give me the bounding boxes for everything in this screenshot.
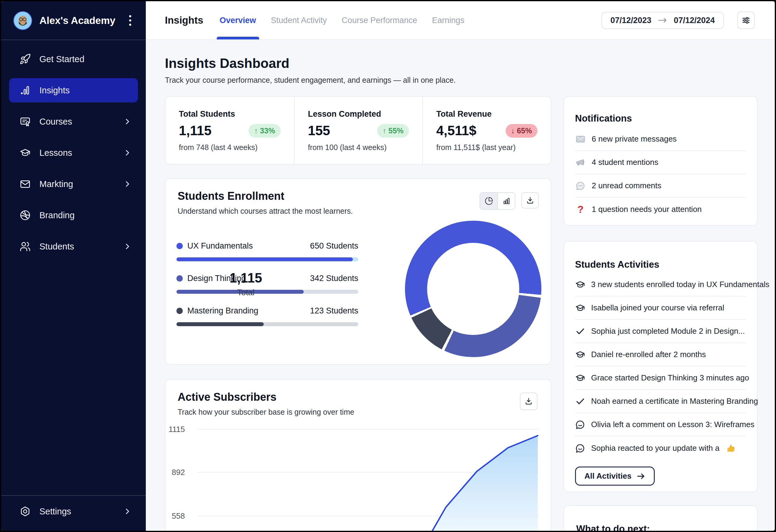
activity-text: Sophia reacted to your update with a	[591, 444, 720, 453]
stat-delta-badge: ↑ 55%	[377, 124, 409, 138]
sidebar: Alex's Academy Get Started	[1, 1, 146, 531]
sidebar-item-label: Markting	[39, 179, 73, 189]
comment-dots-icon	[575, 180, 586, 191]
sidebar-item-label: Get Started	[39, 54, 84, 64]
tab-overview[interactable]: Overview	[220, 1, 256, 39]
arrow-right-icon	[636, 472, 645, 481]
chart-controls	[479, 192, 539, 210]
app-window: Alex's Academy Get Started	[0, 0, 776, 532]
activity-item[interactable]: Grace started Design Thinking 3 minutes …	[575, 366, 746, 390]
check-icon	[575, 326, 585, 337]
sidebar-item-insights[interactable]: Insights	[9, 78, 138, 103]
activity-item[interactable]: 3 new students enrolled today in UX Fund…	[575, 273, 746, 297]
all-activities-button[interactable]: All Activities	[575, 467, 655, 486]
activity-item[interactable]: Sophia reacted to your update with a	[575, 436, 746, 460]
download-icon	[526, 196, 534, 205]
students-activities-card: Students Activities 3 new students enrol…	[564, 241, 758, 492]
card-subtitle: Track how your subscriber base is growin…	[178, 408, 539, 416]
sidebar-item-branding[interactable]: Branding	[9, 203, 138, 227]
activity-item[interactable]: Olivia left a comment on Lesson 3: Wiref…	[575, 413, 746, 436]
sidebar-item-markting[interactable]: Markting	[9, 172, 138, 196]
area-line	[432, 435, 538, 531]
rocket-icon	[19, 53, 31, 65]
bar-chart-toggle-button[interactable]	[498, 193, 515, 209]
date-end: 07/12/2024	[674, 16, 715, 25]
pie-chart-toggle-button[interactable]	[480, 193, 498, 209]
dribbble-ball-icon	[19, 209, 31, 221]
tab-course-performance[interactable]: Course Performance	[342, 1, 417, 39]
notification-item[interactable]: ? 1 question needs your attention	[575, 198, 746, 221]
megaphone-icon	[575, 157, 586, 168]
sidebar-item-label: Lessons	[39, 148, 72, 158]
activity-item[interactable]: Sophia just completed Module 2 in Design…	[575, 320, 746, 343]
chevron-right-icon	[123, 118, 131, 126]
sidebar-item-label: Settings	[39, 507, 71, 517]
sidebar-item-settings[interactable]: Settings	[9, 499, 138, 524]
y-axis-tick: 892	[167, 468, 185, 477]
panel-title: What to do next:	[576, 524, 745, 531]
activity-item[interactable]: Daniel re-enrolled after 2 months	[575, 343, 746, 366]
notification-item[interactable]: 6 new private messages	[575, 128, 746, 151]
stat-note: from 11,511$ (last year)	[436, 143, 538, 152]
graduation-cap-icon	[19, 147, 31, 159]
notification-item[interactable]: 4 student mentions	[575, 151, 746, 174]
dashboard-title: Insights Dashboard	[165, 56, 755, 71]
gear-icon	[19, 506, 31, 517]
notification-item[interactable]: 2 unread comments	[575, 174, 746, 198]
page-title: Insights	[165, 15, 203, 26]
stat-value: 4,511$	[436, 123, 476, 138]
activity-text: 3 new students enrolled today in UX Fund…	[591, 280, 769, 289]
notification-text: 4 student mentions	[592, 158, 658, 167]
sidebar-footer: Settings	[1, 495, 146, 531]
certificate-icon	[19, 116, 31, 127]
thumbs-up-icon	[727, 444, 736, 453]
bar-chart-icon	[502, 197, 511, 205]
activity-text: Isabella joined your course via referral	[591, 303, 724, 313]
stat-total-students: Total Students 1,115 ↑ 33% from 748 (las…	[166, 97, 294, 164]
download-chart-button[interactable]	[520, 392, 538, 410]
download-chart-button[interactable]	[521, 192, 539, 208]
top-bar-actions: 07/12/2023 07/12/2024	[601, 11, 755, 29]
stat-delta-badge: ↓ 65%	[506, 124, 538, 138]
activity-item[interactable]: Isabella joined your course via referral	[575, 297, 746, 320]
top-bar: Insights Overview Student Activity Cours…	[146, 1, 775, 40]
envelope-icon	[575, 134, 586, 145]
comment-icon	[575, 419, 585, 430]
graduation-cap-icon	[575, 280, 585, 290]
notifications-card: Notifications 6 new private messages 4 s…	[564, 96, 758, 226]
date-range-picker[interactable]: 07/12/2023 07/12/2024	[601, 12, 724, 29]
notification-text: 2 unread comments	[592, 181, 661, 190]
stat-value: 155	[308, 123, 330, 138]
tab-earnings[interactable]: Earnings	[432, 1, 464, 39]
sliders-icon	[741, 15, 751, 25]
dashboard-subtitle: Track your course performance, student e…	[165, 76, 755, 84]
legend-count: 342 Students	[310, 274, 358, 283]
sidebar-header: Alex's Academy	[1, 1, 146, 40]
what-to-do-next-card: What to do next:	[564, 505, 758, 531]
stat-label: Lesson Completed	[308, 110, 409, 119]
question-mark-icon: ?	[575, 204, 586, 215]
right-column: Notifications 6 new private messages 4 s…	[564, 96, 758, 531]
arrow-right-icon	[657, 17, 668, 24]
sidebar-item-get-started[interactable]: Get Started	[9, 47, 138, 71]
stat-note: from 100 (last 4 weeks)	[308, 143, 409, 152]
sidebar-item-label: Insights	[39, 85, 70, 96]
activity-item[interactable]: Noah earned a certificate in Mastering B…	[575, 390, 746, 413]
stat-label: Total Revenue	[436, 110, 538, 119]
activity-text: Sophia just completed Module 2 in Design…	[591, 327, 745, 336]
sidebar-item-lessons[interactable]: Lessons	[9, 141, 138, 165]
sidebar-item-students[interactable]: Students	[9, 234, 138, 258]
stat-note: from 748 (last 4 weeks)	[179, 143, 281, 152]
donut-center-label: 1,115 Total	[178, 215, 314, 352]
filter-settings-button[interactable]	[737, 11, 755, 29]
left-column: Total Students 1,115 ↑ 33% from 748 (las…	[165, 96, 551, 531]
sidebar-item-courses[interactable]: Courses	[9, 110, 138, 134]
check-icon	[575, 396, 585, 406]
comment-icon	[575, 443, 585, 454]
kebab-menu-icon[interactable]	[127, 13, 134, 28]
stat-delta-badge: ↑ 33%	[248, 124, 280, 138]
tab-student-activity[interactable]: Student Activity	[271, 1, 327, 39]
stats-card-group: Total Students 1,115 ↑ 33% from 748 (las…	[165, 96, 551, 165]
brand-title: Alex's Academy	[39, 15, 116, 26]
graduation-cap-icon	[575, 303, 585, 313]
